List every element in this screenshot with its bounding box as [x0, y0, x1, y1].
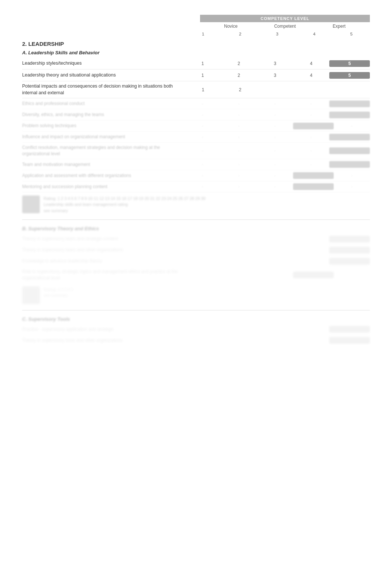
table-row: Theory in supervisory tools and other or…: [22, 335, 370, 346]
cell-4: ·: [293, 135, 329, 140]
cell-2: 2: [221, 73, 257, 78]
cell-2: ·: [221, 135, 257, 140]
cell-4: ·: [293, 148, 329, 153]
cell-5: ·: [334, 123, 370, 129]
cell-4: ·: [293, 237, 329, 242]
cell-3: ·: [257, 112, 293, 118]
table-row: Problem solving techniques · · · 4 ·: [22, 120, 370, 132]
cell-3: ·: [257, 184, 293, 189]
cell-2: ·: [221, 101, 257, 106]
col-header-5: 5: [333, 32, 370, 36]
cell-5: 5: [329, 337, 370, 344]
col-header-2: 2: [221, 32, 258, 36]
cell-4: ·: [293, 112, 329, 118]
cell-1: ·: [185, 272, 221, 278]
cell-1: ·: [185, 237, 221, 242]
cells: · · · · 5: [185, 247, 370, 254]
cell-2: ·: [221, 248, 257, 253]
cells: · · · 4 ·: [185, 183, 370, 190]
cells: · · · · 5: [185, 236, 370, 242]
row-label: Role in supervisory, strategic topics an…: [22, 269, 185, 281]
cells: 1 2 3 4 5: [185, 72, 370, 79]
cells: · · · 4 ·: [185, 123, 370, 129]
table-row: Application and assessment with differen…: [22, 170, 370, 181]
cell-1: ·: [185, 327, 221, 332]
novice-label: Novice: [204, 24, 258, 29]
cells: 1 2: [185, 87, 370, 92]
cell-1: ·: [185, 259, 221, 264]
cell-2: ·: [221, 237, 257, 242]
row-label: Mentoring and succession planning conten…: [22, 184, 185, 190]
cell-1: ·: [185, 112, 221, 118]
col-header-3: 3: [259, 32, 296, 36]
cell-4: ·: [293, 259, 329, 264]
table-row: Theory in supervisory team and strategic…: [22, 234, 370, 245]
col-header-row: 1 2 3 4 5: [22, 32, 370, 36]
table-row: Theory in supervisory team and other org…: [22, 245, 370, 256]
row-label: Influence and impact on organizational m…: [22, 134, 185, 140]
section-b: B. Supervisory Theory and Ethics Theory …: [22, 226, 370, 304]
cell-4: ·: [293, 327, 329, 332]
cell-2: 2: [221, 87, 258, 92]
cell-4: 4: [293, 73, 329, 78]
cell-1: ·: [185, 162, 221, 167]
cell-1: ·: [185, 135, 221, 140]
cells: · · · · 5: [185, 337, 370, 344]
table-row: Leadership theory and situational applic…: [22, 69, 370, 81]
table-row: Knowledge in advance leadership theory ·…: [22, 256, 370, 267]
cells: · · · 4 ·: [185, 272, 370, 278]
cell-5: 5: [329, 101, 370, 107]
cell-1: ·: [185, 248, 221, 253]
cell-4: ·: [293, 101, 329, 106]
cell-5: ·: [334, 173, 370, 178]
table-row: Team and motivation management · · · · 5: [22, 159, 370, 170]
cell-1: ·: [185, 338, 221, 343]
note-icon: [22, 286, 40, 304]
row-label: Diversity, ethics, and managing the team…: [22, 112, 185, 118]
divider: [22, 310, 370, 310]
cell-5: 5: [329, 258, 370, 265]
note-icon: [22, 195, 40, 213]
cell-1: ·: [185, 148, 221, 153]
cell-4: 4: [293, 272, 334, 278]
cell-1: ·: [185, 123, 221, 129]
row-label: Potential impacts and consequences of de…: [22, 83, 185, 96]
table-row: Potential impacts and consequences of de…: [22, 81, 370, 98]
cell-3: 3: [257, 73, 293, 78]
cell-2: ·: [221, 123, 257, 129]
section-a-title: A. Leadership Skills and Behavior: [22, 50, 370, 55]
cell-4: ·: [293, 248, 329, 253]
col-header-1: 1: [185, 32, 221, 36]
cell-3: ·: [257, 162, 293, 167]
competency-level-bar: COMPETENCY LEVEL: [200, 15, 370, 22]
cell-3: ·: [257, 123, 293, 129]
cells: 1 2 3 4 5: [185, 60, 370, 67]
table-row: Diversity, ethics, and managing the team…: [22, 109, 370, 120]
cell-4: 4: [293, 172, 334, 179]
cells: · · · · 5: [185, 112, 370, 118]
row-label: Conflict resolution, management strategi…: [22, 144, 185, 157]
cells: · · · · 5: [185, 326, 370, 333]
cell-4: 4: [293, 123, 334, 129]
cell-5: 5: [329, 326, 370, 333]
section-2-title: 2. LEADERSHIP: [22, 41, 370, 47]
cell-4: 4: [293, 61, 329, 66]
cell-3: 3: [257, 61, 293, 66]
cell-2: ·: [221, 148, 257, 153]
cell-3: ·: [257, 148, 293, 153]
cell-2: ·: [221, 272, 257, 278]
cell-3: ·: [257, 173, 293, 178]
row-label: Knowledge in advance leadership theory: [22, 258, 185, 264]
table-row: Leadership styles/techniques 1 2 3 4 5: [22, 58, 370, 69]
expert-label: Expert: [312, 24, 366, 29]
cell-4: ·: [293, 162, 329, 167]
section-b-title: B. Supervisory Theory and Ethics: [22, 226, 370, 231]
cell-5: 5: [329, 60, 370, 67]
table-area: 1 2 3 4 5 2. LEADERSHIP A. Leadership Sk…: [22, 32, 370, 346]
cell-5: ·: [334, 272, 370, 278]
cell-1: 1: [185, 73, 221, 78]
cell-3: ·: [257, 272, 293, 278]
cell-4: 4: [293, 183, 334, 190]
row-label: Problem solving techniques: [22, 123, 185, 129]
cell-5: 5: [329, 247, 370, 254]
